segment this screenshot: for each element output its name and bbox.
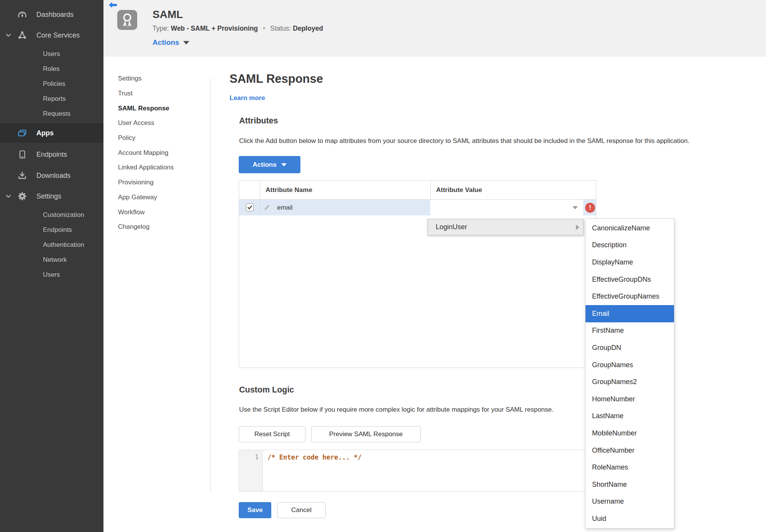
sidebar-item-apps[interactable]: Apps (0, 123, 103, 143)
core-services-icon (17, 30, 27, 40)
type-label: Type: (153, 25, 169, 32)
submenu-item[interactable]: DisplayName (586, 254, 674, 271)
submenu-item[interactable]: RoleNames (586, 459, 674, 476)
sidebar-item-authentication[interactable]: Authentication (0, 237, 103, 252)
subnav-item-trust[interactable]: Trust (118, 86, 174, 101)
submenu-item[interactable]: GroupNames2 (586, 373, 674, 391)
submenu-item[interactable]: GroupNames (586, 356, 674, 374)
download-icon (17, 171, 27, 181)
submenu-item[interactable]: EffectiveGroupDNs (586, 271, 674, 288)
submenu-item[interactable]: GroupDN (586, 339, 674, 356)
caret-down-icon (281, 163, 287, 166)
submenu-item[interactable]: Uuid (586, 510, 674, 527)
attribute-name-cell: email (277, 200, 293, 215)
gear-icon (17, 191, 27, 201)
sidebar-item-users[interactable]: Users (0, 46, 103, 61)
subnav-item-saml-response[interactable]: SAML Response (118, 101, 174, 116)
caret-down-icon (572, 206, 578, 209)
header-actions-menu[interactable]: Actions (153, 38, 189, 47)
sidebar-item-core-services[interactable]: Core Services (0, 28, 103, 43)
sidebar-item-roles[interactable]: Roles (0, 61, 103, 76)
row-checkbox[interactable] (246, 204, 254, 211)
submenu-item[interactable]: Username (586, 493, 674, 511)
attributes-description: Click the Add button below to map attrib… (239, 137, 689, 145)
learn-more-link[interactable]: Learn more (230, 94, 265, 102)
actions-button[interactable]: Actions (239, 156, 300, 173)
page-header: SAML Type: Web - SAML + Provisioning • S… (103, 0, 766, 57)
sidebar-item-settings-users[interactable]: Users (0, 267, 103, 282)
sidebar-item-endpoints[interactable]: Endpoints (0, 147, 103, 162)
header-actions-label: Actions (153, 38, 179, 46)
attribute-submenu: CanonicalizeName Description DisplayName… (585, 218, 674, 529)
table-header: Attribute Name Attribute Value (239, 181, 596, 200)
gauge-icon (17, 10, 27, 20)
sidebar-item-dashboards[interactable]: Dashboards (0, 7, 103, 22)
submenu-item[interactable]: FirstName (586, 322, 674, 340)
mobile-phone-icon (17, 149, 27, 159)
attribute-value-dropdown[interactable] (430, 200, 583, 215)
subnav-item-policy[interactable]: Policy (118, 131, 174, 146)
sidebar-item-network[interactable]: Network (0, 252, 103, 267)
editor-gutter: 1 (239, 450, 263, 491)
subnav-item-provisioning[interactable]: Provisioning (118, 175, 174, 190)
custom-logic-heading: Custom Logic (239, 385, 294, 395)
column-header-attribute-name: Attribute Name (260, 181, 430, 200)
chevron-down-icon[interactable] (5, 32, 12, 39)
type-value: Web - SAML + Provisioning (171, 25, 258, 32)
page-title: SAML Response (230, 72, 323, 86)
sidebar-item-requests[interactable]: Requests (0, 106, 103, 121)
sidebar-item-label: Endpoints (0, 151, 67, 159)
save-button[interactable]: Save (239, 502, 271, 518)
app-root: Dashboards Core Services Users Roles Pol… (0, 0, 766, 532)
script-editor[interactable]: 1 /* Enter code here... */ (239, 450, 596, 492)
subnav-item-changelog[interactable]: Changelog (118, 220, 174, 235)
sidebar-item-settings[interactable]: Settings (0, 189, 103, 204)
subnav-item-app-gateway[interactable]: App Gateway (118, 190, 174, 205)
sidebar-item-customization[interactable]: Customization (0, 207, 103, 222)
sidebar-item-policies[interactable]: Policies (0, 76, 103, 91)
menu-item-loginuser[interactable]: LoginUser (428, 219, 584, 235)
table-row[interactable]: email ! (239, 200, 596, 215)
subnav-item-account-mapping[interactable]: Account Mapping (118, 145, 174, 160)
column-header-attribute-value: Attribute Value (430, 181, 596, 200)
submenu-item[interactable]: Description (586, 237, 674, 254)
subnav-item-workflow[interactable]: Workflow (118, 205, 174, 220)
code-content[interactable]: /* Enter code here... */ (263, 450, 596, 491)
submenu-item[interactable]: LastName (586, 408, 674, 425)
sidebar-item-label: Dashboards (0, 11, 74, 19)
nav-divider (210, 78, 211, 492)
sidebar-item-downloads[interactable]: Downloads (0, 168, 103, 183)
preview-saml-response-button[interactable]: Preview SAML Response (311, 426, 421, 442)
edit-icon[interactable] (263, 204, 271, 211)
status-badge: Deployed (293, 25, 323, 32)
actions-button-label: Actions (253, 161, 276, 168)
sidebar-item-reports[interactable]: Reports (0, 91, 103, 106)
chevron-down-icon[interactable] (5, 193, 12, 200)
app-title: SAML (153, 8, 183, 21)
submenu-item[interactable]: MobileNumber (586, 425, 674, 442)
reset-script-button[interactable]: Reset Script (239, 426, 305, 442)
column-divider (260, 200, 260, 215)
app-subnav: Settings Trust SAML Response User Access… (118, 71, 174, 235)
apps-icon (17, 128, 27, 138)
cancel-button[interactable]: Cancel (277, 502, 326, 518)
submenu-item[interactable]: CanonicalizeName (586, 220, 674, 237)
submenu-item[interactable]: OfficeNumber (586, 442, 674, 459)
subnav-item-linked-applications[interactable]: Linked Applications (118, 160, 174, 175)
subnav-item-settings[interactable]: Settings (118, 71, 174, 86)
custom-logic-description: Use the Script Editor below if you requi… (239, 406, 553, 414)
status-label: Status: (270, 25, 291, 32)
subnav-item-user-access[interactable]: User Access (118, 116, 174, 131)
sidebar-item-label: Core Services (0, 31, 80, 39)
menu-item-label: LoginUser (436, 223, 467, 231)
sidebar-item-settings-endpoints[interactable]: Endpoints (0, 222, 103, 237)
attributes-table: Attribute Name Attribute Value email ! (239, 180, 596, 368)
back-arrow-icon[interactable] (108, 2, 118, 8)
submenu-item[interactable]: ShortName (586, 476, 674, 493)
submenu-item-selected[interactable]: Email (586, 305, 674, 322)
line-number: 1 (239, 453, 262, 461)
attributes-heading: Attributes (239, 116, 278, 126)
submenu-item[interactable]: EffectiveGroupNames (586, 288, 674, 305)
submenu-item[interactable]: HomeNumber (586, 391, 674, 408)
caret-down-icon (183, 41, 189, 44)
